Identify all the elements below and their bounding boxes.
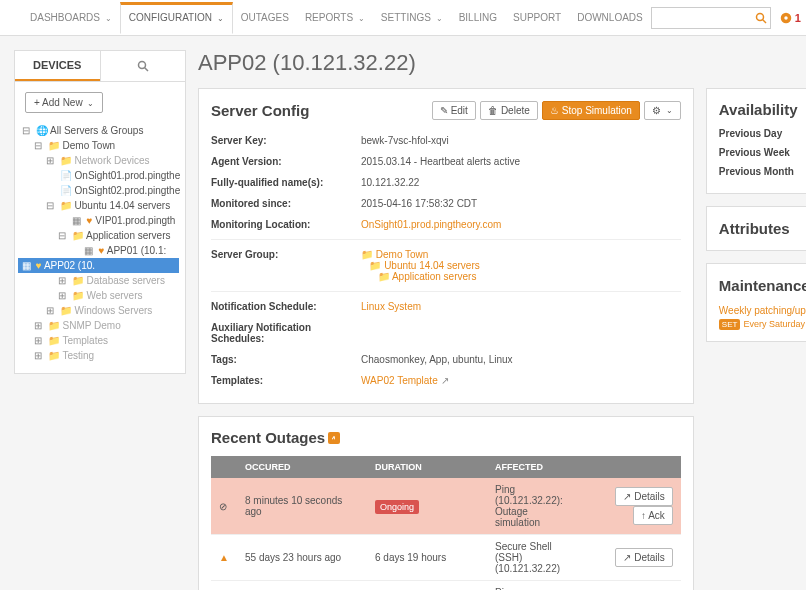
tree-root[interactable]: ⊟ 🌐 All Servers & Groups	[21, 123, 179, 138]
fqdn-label: Fully-qualified name(s):	[211, 177, 361, 188]
tree-ubuntu[interactable]: ⊟ 📁 Ubuntu 14.04 servers	[21, 198, 179, 213]
group-ubuntu-link[interactable]: Ubuntu 14.04 servers	[384, 260, 480, 271]
trash-icon: 🗑	[488, 105, 498, 116]
svg-point-6	[138, 62, 145, 69]
chevron-down-icon: ⌄	[436, 14, 443, 23]
tree-app-servers[interactable]: ⊟ 📁 Application servers	[21, 228, 179, 243]
monitoring-location-link[interactable]: OnSight01.prod.pingtheory.com	[361, 219, 501, 230]
set-badge: SET	[719, 319, 741, 330]
sidebar: DEVICES + Add New ⌄ ⊟ 🌐 All Servers & Gr…	[14, 50, 186, 374]
nav-menu: DASHBOARDS ⌄ CONFIGURATION ⌄ OUTAGES REP…	[22, 2, 651, 33]
availability-row: Previous Week100.00%	[719, 143, 806, 162]
nav-settings[interactable]: SETTINGS ⌄	[373, 2, 451, 33]
tree-windows-servers[interactable]: ⊞ 📁 Windows Servers	[21, 303, 179, 318]
heart-icon: ♥	[87, 215, 93, 226]
tree-snmp[interactable]: ⊞ 📁 SNMP Demo	[21, 318, 179, 333]
folder-icon: 📁	[48, 140, 58, 151]
aux-notif-label: Auxiliary Notification Schedules:	[211, 322, 361, 344]
file-icon: 📄	[60, 170, 70, 181]
server-icon: ▦	[84, 245, 94, 256]
fqdn-value: 10.121.32.22	[361, 177, 681, 188]
server-icon: ▦	[72, 215, 82, 226]
nav-configuration[interactable]: CONFIGURATION ⌄	[120, 2, 233, 34]
recent-outages-card: Recent Outages ៱ OCCURED DURATION AFFECT…	[198, 416, 694, 590]
tree-demo-town[interactable]: ⊟ 📁 Demo Town	[21, 138, 179, 153]
col-affected: AFFECTED	[487, 456, 571, 478]
search-input[interactable]	[651, 7, 771, 29]
tree-testing[interactable]: ⊞ 📁 Testing	[21, 348, 179, 363]
page-title: APP02 (10.121.32.22)	[198, 50, 416, 76]
rss-icon[interactable]: ៱	[328, 432, 340, 444]
file-icon: 📄	[60, 185, 70, 196]
gear-dropdown-button[interactable]: ⚙ ⌄	[644, 101, 681, 120]
nav-reports[interactable]: REPORTS ⌄	[297, 2, 373, 33]
svg-point-2	[756, 13, 763, 20]
edit-button[interactable]: ✎Edit	[432, 101, 476, 120]
tree-app01[interactable]: ▦ ♥ APP01 (10.1:	[21, 243, 179, 258]
svg-line-3	[762, 19, 766, 23]
col-occurred: OCCURED	[237, 456, 367, 478]
chevron-down-icon: ⌄	[87, 99, 94, 108]
templates-link[interactable]: WAP02 Template	[361, 375, 438, 386]
tree-vip01[interactable]: ▦ ♥ VIP01.prod.pingth	[21, 213, 179, 228]
attributes-card: Attributes + Add	[706, 206, 806, 251]
sidebar-tab-search[interactable]	[100, 51, 186, 81]
attributes-title: Attributes	[719, 220, 790, 237]
sidebar-tab-devices[interactable]: DEVICES	[15, 51, 100, 81]
ack-button[interactable]: ↑ Ack	[633, 506, 673, 525]
pencil-icon: ✎	[440, 105, 448, 116]
gear-icon	[779, 10, 793, 24]
folder-icon: 📁	[60, 200, 70, 211]
nav-dashboards[interactable]: DASHBOARDS ⌄	[22, 2, 120, 33]
search-icon[interactable]	[755, 11, 767, 24]
chevron-down-icon: ⌄	[217, 14, 224, 23]
alert-gear[interactable]: 1	[779, 10, 801, 24]
tree-onsight01[interactable]: 📄 OnSight01.prod.pingthe	[21, 168, 179, 183]
nav-support[interactable]: SUPPORT	[505, 2, 569, 33]
folder-icon: 📁	[72, 230, 82, 241]
warning-icon: ▲	[219, 552, 229, 563]
group-demo-link[interactable]: Demo Town	[376, 249, 429, 260]
templates-label: Templates:	[211, 375, 361, 386]
server-key-label: Server Key:	[211, 135, 361, 146]
fire-icon: ♨	[550, 105, 559, 116]
details-button[interactable]: ↗ Details	[615, 487, 672, 506]
details-button[interactable]: ↗ Details	[615, 548, 672, 567]
tags-value: Chaosmonkey, App, ubuntu, Linux	[361, 354, 681, 365]
recent-outages-title: Recent Outages	[211, 429, 325, 446]
group-app-link[interactable]: Application servers	[392, 271, 476, 282]
svg-line-7	[144, 68, 148, 72]
availability-row: Previous Month100.00%	[719, 162, 806, 181]
add-new-button[interactable]: + Add New ⌄	[25, 92, 103, 113]
availability-title: Availability	[719, 101, 806, 118]
outages-table-header: OCCURED DURATION AFFECTED	[211, 456, 681, 478]
maintenance-schedule-link[interactable]: Every Saturday at 11:00 CDT	[743, 319, 806, 329]
tree-onsight02[interactable]: 📄 OnSight02.prod.pingthe	[21, 183, 179, 198]
tree-db-servers[interactable]: ⊞ 📁 Database servers	[21, 273, 179, 288]
notif-schedule-link[interactable]: Linux System	[361, 301, 421, 312]
monitoring-location-label: Monitoring Location:	[211, 219, 361, 230]
tree-app02-selected[interactable]: ▦ ♥ APP02 (10.	[18, 258, 179, 273]
delete-button[interactable]: 🗑Delete	[480, 101, 538, 120]
tree-templates[interactable]: ⊞ 📁 Templates	[21, 333, 179, 348]
nav-outages[interactable]: OUTAGES	[233, 2, 297, 33]
chevron-down-icon: ⌄	[666, 106, 673, 115]
folder-icon: 📁	[48, 320, 58, 331]
chevron-down-icon: ⌄	[105, 14, 112, 23]
nav-billing[interactable]: BILLING	[451, 2, 505, 33]
nav-downloads[interactable]: DOWNLOADS	[569, 2, 651, 33]
stop-simulation-button[interactable]: ♨Stop Simulation	[542, 101, 640, 120]
server-config-card: Server Config ✎Edit 🗑Delete ♨Stop Simula…	[198, 88, 694, 404]
folder-icon: 📁	[369, 260, 381, 271]
maintenance-desc-link[interactable]: Weekly patching/updates Linux	[719, 305, 806, 316]
cancel-icon: ⊘	[219, 501, 227, 512]
top-nav: DASHBOARDS ⌄ CONFIGURATION ⌄ OUTAGES REP…	[0, 0, 806, 36]
col-duration: DURATION	[367, 456, 487, 478]
tree-network-devices[interactable]: ⊞ 📁 Network Devices	[21, 153, 179, 168]
monitored-since-label: Monitored since:	[211, 198, 361, 209]
tree-web-servers[interactable]: ⊞ 📁 Web servers	[21, 288, 179, 303]
server-config-title: Server Config	[211, 102, 309, 119]
server-group-label: Server Group:	[211, 249, 361, 282]
notif-schedule-label: Notification Schedule:	[211, 301, 361, 312]
external-link-icon[interactable]: ↗	[441, 375, 449, 386]
